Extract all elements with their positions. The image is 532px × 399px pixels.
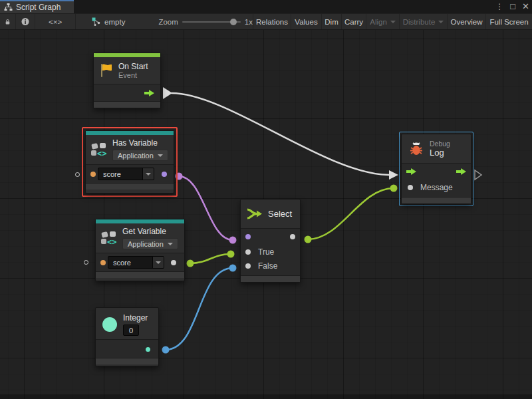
info-icon — [21, 17, 29, 26]
dropdown-caret-icon — [158, 154, 163, 157]
node-on-start[interactable]: On Start Event — [93, 53, 161, 108]
dropdown-caret-icon — [168, 243, 173, 245]
node-footer — [402, 197, 471, 203]
graph-breadcrumb[interactable]: empty — [86, 14, 130, 29]
node-select[interactable]: Select True False — [240, 199, 301, 283]
node-footer — [96, 271, 184, 278]
relations-button[interactable]: Relations — [253, 14, 291, 29]
graph-name: empty — [104, 18, 125, 26]
tab-title: Script Graph — [16, 3, 61, 12]
inspect-button[interactable] — [16, 14, 35, 29]
node-title: Has Variable — [112, 138, 168, 148]
svg-text:<>: <> — [97, 149, 106, 157]
svg-text:<>: <> — [107, 237, 116, 245]
node-footer — [96, 358, 158, 364]
align-button[interactable]: Align — [366, 14, 400, 29]
false-port-label: False — [258, 261, 277, 271]
node-subtitle: Event — [118, 71, 148, 79]
node-title: Get Variable — [122, 227, 178, 236]
graph-toolbar: <×> empty Zoom 1x Relations Values Dim C… — [0, 13, 532, 30]
script-graph-window: Script Graph ⋮ □ ✕ <×> — [0, 0, 532, 399]
unconnected-port-indicator[interactable] — [75, 172, 80, 177]
node-footer — [94, 101, 160, 108]
window-menu-icon[interactable]: ⋮ — [495, 0, 503, 13]
node-title: Select — [268, 209, 292, 219]
code-preview-button[interactable]: <×> — [35, 14, 76, 29]
distribute-button[interactable]: Distribute — [400, 14, 448, 29]
graph-node-icon — [92, 17, 101, 27]
integer-output-port[interactable] — [146, 347, 150, 352]
title-bar: Script Graph ⋮ □ ✕ — [0, 0, 532, 13]
node-title: Integer — [123, 313, 148, 323]
true-port-label: True — [258, 247, 274, 257]
node-title: Log — [430, 148, 450, 158]
dropdown-caret-icon — [156, 261, 161, 264]
maximize-icon[interactable]: □ — [510, 0, 515, 13]
carry-button[interactable]: Carry — [342, 14, 366, 29]
dropdown-button[interactable] — [152, 257, 164, 268]
variable-name-dropdown[interactable]: score — [98, 168, 154, 180]
node-footer — [86, 183, 174, 190]
zoom-label: Zoom — [158, 18, 178, 26]
lock-icon — [5, 18, 10, 26]
window-controls: ⋮ □ ✕ — [495, 0, 529, 13]
zoom-slider-handle[interactable] — [230, 19, 237, 25]
name-input-port[interactable] — [90, 172, 96, 177]
variable-kind-dropdown[interactable]: Application — [112, 150, 168, 161]
true-input-port[interactable] — [245, 249, 251, 255]
lock-button[interactable] — [0, 14, 16, 29]
debug-bug-icon — [408, 141, 424, 157]
unconnected-port-indicator[interactable] — [84, 260, 88, 265]
distribute-caret-icon — [438, 21, 444, 23]
flag-icon — [100, 63, 113, 78]
result-output-port[interactable] — [162, 172, 167, 177]
tab-script-graph[interactable]: Script Graph — [0, 0, 74, 13]
dropdown-caret-icon — [146, 173, 151, 176]
code-toggle-icon: <×> — [49, 18, 62, 26]
condition-input-port[interactable] — [245, 234, 251, 239]
integer-value-field[interactable]: 0 — [123, 325, 139, 336]
align-caret-icon — [390, 21, 396, 23]
overview-button[interactable]: Overview — [448, 14, 486, 29]
variables-icon: <> — [91, 142, 107, 157]
integer-literal-icon — [102, 317, 118, 332]
node-has-variable[interactable]: <> Has Variable Application score — [85, 130, 174, 194]
name-input-port[interactable] — [100, 260, 106, 265]
fullscreen-button[interactable]: Full Screen — [486, 14, 532, 29]
zoom-control: Zoom 1x — [158, 14, 253, 29]
flow-output-port[interactable] — [144, 90, 154, 96]
message-input-port[interactable] — [408, 185, 413, 190]
message-port-label: Message — [420, 183, 453, 192]
node-get-variable[interactable]: <> Get Variable Application score — [95, 219, 185, 281]
select-merge-icon — [247, 208, 263, 219]
dim-button[interactable]: Dim — [322, 14, 342, 29]
node-subtitle: Debug — [430, 140, 450, 148]
node-title: On Start — [118, 62, 148, 71]
selection-output-port[interactable] — [290, 234, 295, 239]
false-input-port[interactable] — [245, 263, 251, 269]
zoom-value: 1x — [245, 18, 253, 26]
values-button[interactable]: Values — [291, 14, 322, 29]
dropdown-button[interactable] — [142, 168, 154, 180]
node-debug-log[interactable]: Debug Log Message — [401, 134, 471, 204]
graph-tab-icon — [4, 3, 13, 11]
variables-icon: <> — [101, 231, 117, 245]
zoom-slider[interactable] — [182, 21, 241, 23]
node-integer[interactable]: Integer 0 — [95, 307, 159, 366]
canvas-bottom-shade — [0, 394, 532, 399]
flow-output-port[interactable] — [456, 168, 466, 175]
node-footer — [241, 275, 300, 282]
close-icon[interactable]: ✕ — [522, 0, 529, 13]
variable-kind-dropdown[interactable]: Application — [122, 238, 178, 249]
value-output-port[interactable] — [171, 260, 176, 265]
flow-input-port[interactable] — [406, 168, 416, 175]
variable-name-dropdown[interactable]: score — [108, 256, 164, 269]
